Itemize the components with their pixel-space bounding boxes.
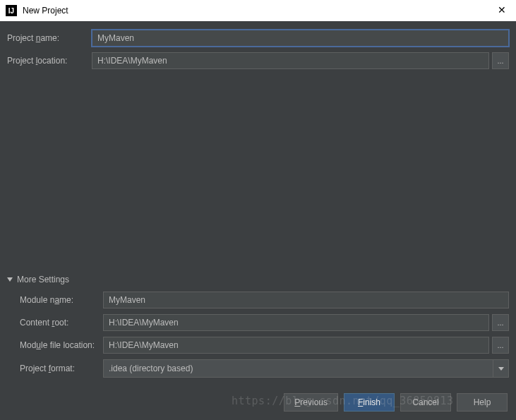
module-file-location-browse-button[interactable]: ... (492, 337, 509, 354)
dropdown-arrow-icon (493, 360, 508, 377)
module-name-input[interactable] (103, 292, 509, 308)
button-bar: Previous Finish Cancel Help (284, 393, 508, 412)
content-root-browse-button[interactable]: ... (492, 314, 509, 331)
cancel-button[interactable]: Cancel (400, 393, 451, 412)
more-settings-section: More Settings Module name: Content root:… (0, 275, 516, 383)
project-location-row: Project location: ... (7, 52, 509, 69)
content-root-row: Content root: ... (7, 314, 509, 331)
project-name-label: Project name: (7, 33, 92, 43)
project-format-label: Project format: (7, 364, 103, 373)
finish-button[interactable]: Finish (344, 393, 395, 412)
more-settings-label: More Settings (17, 275, 69, 284)
module-name-row: Module name: (7, 292, 509, 308)
app-icon: IJ (6, 5, 17, 16)
window-title: New Project (23, 6, 68, 16)
project-name-input[interactable] (92, 30, 509, 47)
project-location-input[interactable] (92, 52, 489, 69)
more-settings-toggle[interactable]: More Settings (7, 275, 509, 284)
content-root-label: Content root: (7, 318, 103, 328)
content-root-input[interactable] (103, 314, 489, 331)
module-file-location-row: Module file location: ... (7, 337, 509, 354)
title-bar: IJ New Project ✕ (0, 0, 516, 21)
help-button[interactable]: Help (457, 393, 508, 412)
project-format-select[interactable]: .idea (directory based) (103, 359, 509, 378)
project-location-browse-button[interactable]: ... (492, 52, 509, 69)
chevron-down-icon (7, 277, 13, 282)
previous-button[interactable]: Previous (284, 393, 338, 412)
project-location-label: Project location: (7, 56, 92, 66)
project-format-row: Project format: .idea (directory based) (7, 359, 509, 378)
close-icon[interactable]: ✕ (498, 4, 506, 16)
module-file-location-label: Module file location: (7, 340, 103, 350)
project-name-row: Project name: (7, 30, 509, 47)
content-area: Project name: Project location: ... (0, 21, 516, 69)
module-file-location-input[interactable] (103, 337, 489, 354)
project-format-value: .idea (directory based) (109, 364, 193, 373)
module-name-label: Module name: (7, 295, 103, 305)
